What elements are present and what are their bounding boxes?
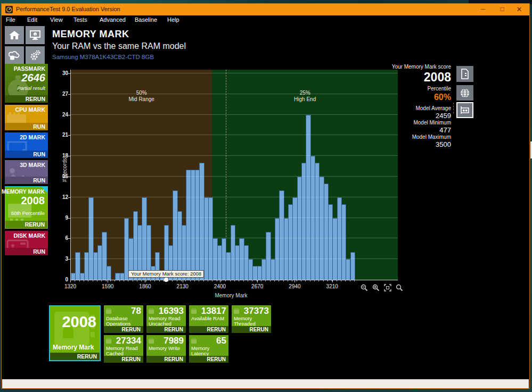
x-tick-label: 1320 [64,283,76,289]
ram-compare-button[interactable] [456,102,473,118]
ram-model-link[interactable]: Samsung M378A1K43CB2-CTD 8GB [52,54,154,60]
sidebar-tile-memory-mark[interactable]: MEMORY MARK 2008 60th Percentile RERUN [5,186,48,229]
x-tick-minor [305,280,306,281]
zoom-in-button[interactable] [372,284,380,291]
run-button[interactable]: RUN [5,177,48,184]
zoom-out-button[interactable] [361,284,368,291]
x-tick-minor [314,280,315,281]
x-tick-minor [230,280,231,281]
tile-note: Partial result [17,85,45,91]
rerun-button[interactable]: RERUN [104,356,143,363]
memory-mark-main-tile[interactable]: 2008 Memory Mark RERUN [49,305,101,361]
menu-edit[interactable]: Edit [27,16,37,23]
subtest-tile[interactable]: 65Memory LatencyRERUN [189,335,228,363]
run-button[interactable]: RUN [5,151,48,158]
x-tick-minor [177,280,177,281]
y-tick-label: 12 [58,194,68,200]
sidebar-tile-passmark[interactable]: PASSMARK 2646 Partial result RERUN [5,64,48,103]
x-tick-minor [239,280,239,281]
system-info-button[interactable]: i [26,26,45,44]
manage-baselines-button[interactable] [5,46,24,64]
x-tick-major [183,280,183,282]
rerun-button[interactable]: RERUN [189,356,228,363]
x-tick-minor [194,280,195,281]
subtest-tile[interactable]: 37373Memory ThreadedRERUN [232,305,271,333]
home-button[interactable] [5,26,24,44]
rerun-button[interactable]: RERUN [5,95,48,103]
subtest-value: 16393 [159,306,184,316]
x-tick-minor [199,280,199,281]
close-button[interactable]: ✕ [511,4,527,15]
percentile-label: Percentile [342,86,451,92]
menu-advanced[interactable]: Advanced [100,16,126,23]
subtest-tile[interactable]: 13817Available RAMRERUN [189,305,228,333]
gridline [71,238,398,238]
x-tick-minor [75,280,75,281]
subtest-value: 78 [131,306,141,316]
gridline [71,258,398,259]
y-tick-label: 24 [58,112,68,118]
menu-view[interactable]: View [50,16,63,23]
subtest-tile[interactable]: 27334Memory Read CachedRERUN [104,335,143,363]
run-button[interactable]: RUN [5,248,48,255]
x-tick-label: 3210 [326,283,338,289]
stat-value: 477 [342,126,451,134]
stat-label: Model Maximum [342,134,451,140]
rerun-button[interactable]: RERUN [50,353,100,360]
subtest-value: 65 [216,336,226,346]
sidebar-tile-2d-mark[interactable]: 2D MARK RUN [5,132,48,158]
subtest-label: Available RAM [191,316,227,321]
x-tick-minor [248,280,248,281]
rerun-button[interactable]: RERUN [146,356,186,363]
rerun-button[interactable]: RERUN [104,326,143,333]
x-tick-minor [133,280,133,281]
rerun-button[interactable]: RERUN [232,326,271,333]
preferences-button[interactable] [26,46,45,64]
rerun-button[interactable]: RERUN [5,221,47,228]
x-tick-major [108,280,108,282]
subtest-value: 27334 [116,336,141,346]
report-button[interactable] [456,66,473,82]
web-compare-button[interactable] [456,85,473,101]
menu-file[interactable]: File [6,16,15,23]
tile-note: 60th Percentile [11,210,45,216]
zoom-fit-button[interactable] [384,284,391,291]
subtest-tile[interactable]: 78Database OperationsRERUN [104,305,143,333]
tile-score: 2646 [22,72,46,84]
y-tick [68,197,70,198]
run-button[interactable]: RUN [5,123,48,130]
app-icon [5,6,13,13]
horizontal-scrollbar[interactable] [2,379,529,388]
x-tick-minor [225,280,226,281]
subtest-tile[interactable]: 7989Memory WriteRERUN [146,335,186,363]
sidebar-tile-cpu-mark[interactable]: CPU MARK RUN [5,105,48,130]
x-tick-minor [257,280,257,281]
sidebar-tile-disk-mark[interactable]: DISK MARK RUN [5,231,48,255]
desktop: PerformanceTest 9.0 Evaluation Version ─… [0,0,532,392]
subtest-tile[interactable]: 16393Memory Read UncachedRERUN [146,305,186,333]
maximize-button[interactable]: □ [494,4,510,15]
menu-help[interactable]: Help [167,16,179,23]
title-bar[interactable]: PerformanceTest 9.0 Evaluation Version ─… [2,4,529,15]
zoom-reset-button[interactable] [396,284,403,291]
chart-zoom-controls [361,284,403,291]
menu-tests[interactable]: Tests [73,16,87,23]
score-marker[interactable] [164,278,168,282]
stat-value: 2459 [342,112,451,120]
x-tick-minor [301,280,301,281]
x-tick-label: 2400 [214,283,226,289]
y-tick [68,156,70,156]
gridline [71,218,398,218]
rerun-button[interactable]: RERUN [189,326,228,333]
minimize-button[interactable]: ─ [475,4,491,15]
x-tick-minor [114,280,115,281]
x-tick-minor [337,280,337,281]
menu-baseline[interactable]: Baseline [135,16,157,23]
x-tick-minor [350,280,350,281]
rerun-button[interactable]: RERUN [146,326,186,333]
x-tick-minor [150,280,151,281]
x-tick-minor [185,280,186,281]
sidebar-tile-3d-mark[interactable]: 3D MARK RUN [5,160,48,184]
y-tick-label: 27 [58,91,68,97]
gridline [71,155,398,156]
